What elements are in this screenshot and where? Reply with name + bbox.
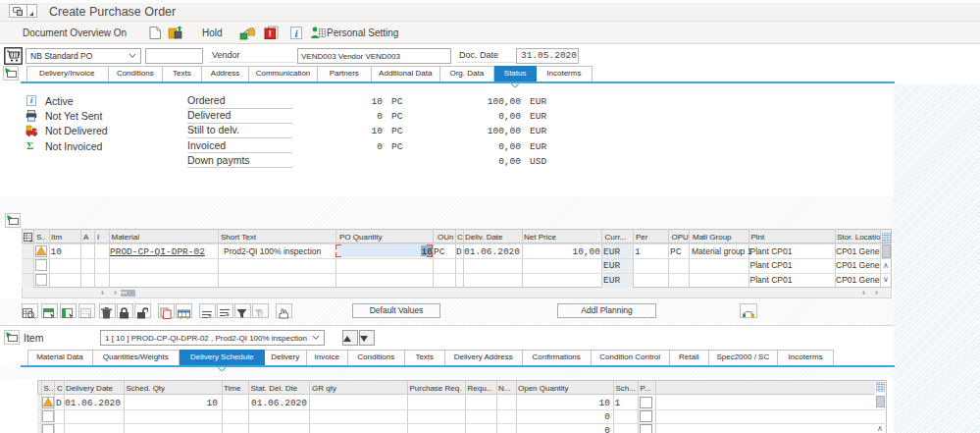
svg-text:!: ! — [269, 28, 272, 38]
